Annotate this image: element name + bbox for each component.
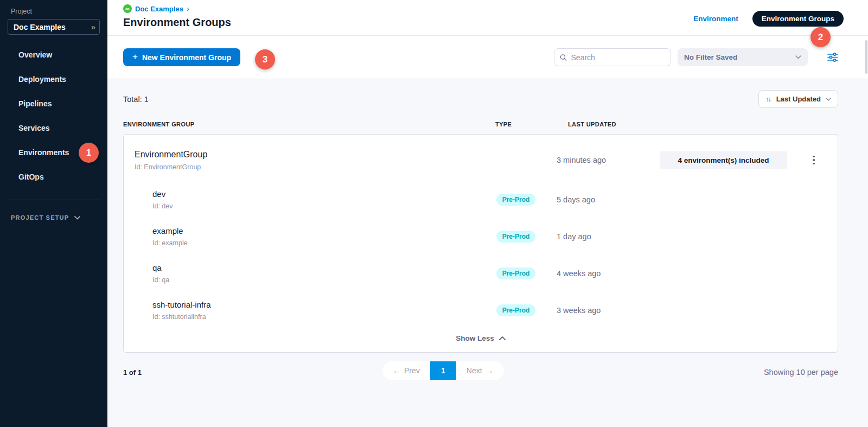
environment-type-badge: Pre-Prod (496, 304, 536, 316)
column-environment-group: ENVIRONMENT GROUP (123, 121, 495, 128)
main-panel: ∞ Doc Examples › Environment Groups Envi… (107, 0, 868, 427)
pagination-bar: 1 of 1 ← Prev 1 Next → Showing 10 per pa… (123, 361, 838, 383)
environment-type-badge: Pre-Prod (496, 231, 536, 243)
sidebar-nav-item[interactable]: Deployments (0, 67, 107, 91)
environment-name: example (152, 226, 475, 235)
show-less-button[interactable]: Show Less (135, 329, 827, 350)
environment-name-cell: example Id: example (135, 226, 475, 247)
search-icon (560, 54, 567, 61)
environment-type-cell: Pre-Prod (475, 194, 557, 206)
double-chevron-right-icon[interactable]: » (91, 22, 94, 31)
environment-row[interactable]: dev Id: dev Pre-Prod 5 days ago (135, 181, 827, 218)
breadcrumb-project-link[interactable]: Doc Examples (135, 5, 183, 13)
project-setup-label: PROJECT SETUP (11, 214, 69, 221)
page-info: 1 of 1 (123, 368, 142, 377)
project-name: Doc Examples (14, 23, 66, 31)
current-page-button[interactable]: 1 (430, 361, 456, 380)
environment-id: Id: example (152, 239, 475, 247)
prev-label: Prev (404, 366, 420, 375)
saved-filter-dropdown[interactable]: No Filter Saved (678, 48, 808, 66)
search-input[interactable] (571, 53, 665, 62)
new-environment-group-label: New Environment Group (142, 53, 231, 62)
table-header-row: ENVIRONMENT GROUP TYPE LAST UPDATED (123, 111, 838, 134)
environment-type-badge: Pre-Prod (496, 194, 536, 206)
environment-id: Id: sshtutorialinfra (152, 313, 475, 321)
environment-last-updated: 3 weeks ago (557, 306, 660, 315)
environment-groups-page: Project Doc Examples » Overview Deployme… (0, 0, 868, 427)
step-badge-1: 1 (79, 143, 99, 163)
pager: ← Prev 1 Next → (382, 361, 504, 380)
total-count: Total: 1 (123, 95, 149, 104)
environment-type-cell: Pre-Prod (475, 304, 557, 316)
environment-last-updated: 4 weeks ago (557, 269, 660, 278)
environment-row[interactable]: ssh-tutorial-infra Id: sshtutorialinfra … (135, 292, 827, 329)
cd-module-icon: ∞ (123, 4, 132, 13)
tab-environment-groups[interactable]: Environment Groups (752, 11, 844, 27)
project-selector[interactable]: Doc Examples » (8, 19, 100, 35)
column-type: TYPE (495, 121, 568, 128)
sidebar-nav-item-label: Services (18, 124, 50, 132)
toolbar: + New Environment Group No Filter Saved (107, 36, 868, 79)
column-last-updated: LAST UPDATED (568, 121, 838, 128)
environment-type-cell: Pre-Prod (475, 231, 557, 243)
environment-row[interactable]: example Id: example Pre-Prod 1 day ago (135, 218, 827, 255)
chevron-down-icon (795, 55, 801, 59)
sidebar-nav-item-label: Pipelines (18, 99, 52, 108)
new-environment-group-button[interactable]: + New Environment Group (123, 48, 240, 66)
filter-sliders-button[interactable] (827, 53, 838, 62)
show-less-label: Show Less (456, 334, 494, 342)
saved-filter-value: No Filter Saved (684, 53, 737, 61)
step-badge-2: 2 (810, 27, 831, 47)
sidebar-nav: Overview Deployments Pipelines Services … (0, 42, 107, 189)
per-page-info: Showing 10 per page (764, 368, 838, 377)
sidebar-nav-item-label: GitOps (18, 173, 44, 181)
sidebar-nav-item[interactable]: Services (0, 116, 107, 140)
chevron-down-icon (74, 216, 80, 220)
environment-name-cell: dev Id: dev (135, 189, 475, 210)
group-id: Id: EnvironmentGroup (135, 163, 475, 171)
content-area: Total: 1 ↑↓ Last Updated ENVIRONMENT GRO… (107, 79, 868, 427)
sidebar-nav-item[interactable]: Pipelines (0, 91, 107, 116)
arrow-right-icon: → (486, 366, 494, 375)
environment-last-updated: 5 days ago (557, 195, 660, 204)
sidebar-nav-item[interactable]: GitOps (0, 164, 107, 189)
breadcrumb: ∞ Doc Examples › (123, 4, 231, 13)
sidebar: Project Doc Examples » Overview Deployme… (0, 0, 107, 427)
more-options-icon[interactable] (810, 154, 817, 167)
toolbar-right: No Filter Saved (554, 48, 838, 66)
environment-name-cell: qa Id: qa (135, 263, 475, 284)
next-page-button[interactable]: Next → (456, 361, 504, 380)
environment-type-badge: Pre-Prod (496, 267, 536, 279)
page-title: Environment Groups (123, 16, 231, 29)
environment-type-cell: Pre-Prod (475, 267, 557, 279)
chevron-down-icon (826, 98, 831, 101)
environment-group-row[interactable]: EnvironmentGroup Id: EnvironmentGroup 3 … (135, 139, 827, 181)
environment-name-cell: ssh-tutorial-infra Id: sshtutorialinfra (135, 300, 475, 321)
chevron-up-icon (499, 336, 506, 340)
sort-value: Last Updated (776, 95, 821, 103)
breadcrumb-separator-icon: › (187, 4, 189, 13)
sidebar-nav-item[interactable]: Overview (0, 42, 107, 67)
scrollbar[interactable] (865, 40, 867, 74)
prev-page-button[interactable]: ← Prev (382, 361, 430, 380)
sidebar-item-project-setup[interactable]: PROJECT SETUP (11, 214, 107, 221)
next-label: Next (467, 366, 482, 375)
arrow-left-icon: ← (393, 366, 400, 375)
filter-sliders-icon (827, 53, 838, 62)
environment-name: dev (152, 189, 475, 199)
project-label: Project (11, 8, 107, 15)
environments-included-button[interactable]: 4 environment(s) included (660, 151, 787, 169)
page-header-left: ∞ Doc Examples › Environment Groups (123, 4, 231, 29)
environment-row[interactable]: qa Id: qa Pre-Prod 4 weeks ago (135, 255, 827, 292)
tab-environment[interactable]: Environment (693, 15, 738, 23)
environment-id: Id: qa (152, 276, 475, 284)
environment-last-updated: 1 day ago (557, 232, 660, 241)
search-box (554, 48, 671, 66)
sort-dropdown[interactable]: ↑↓ Last Updated (758, 90, 838, 108)
environment-name: qa (152, 263, 475, 272)
list-summary-bar: Total: 1 ↑↓ Last Updated (123, 79, 838, 111)
group-name-cell: EnvironmentGroup Id: EnvironmentGroup (135, 150, 475, 171)
step-badge-3: 3 (255, 49, 275, 69)
environment-id: Id: dev (152, 202, 475, 210)
sidebar-nav-item-label: Overview (18, 50, 52, 59)
